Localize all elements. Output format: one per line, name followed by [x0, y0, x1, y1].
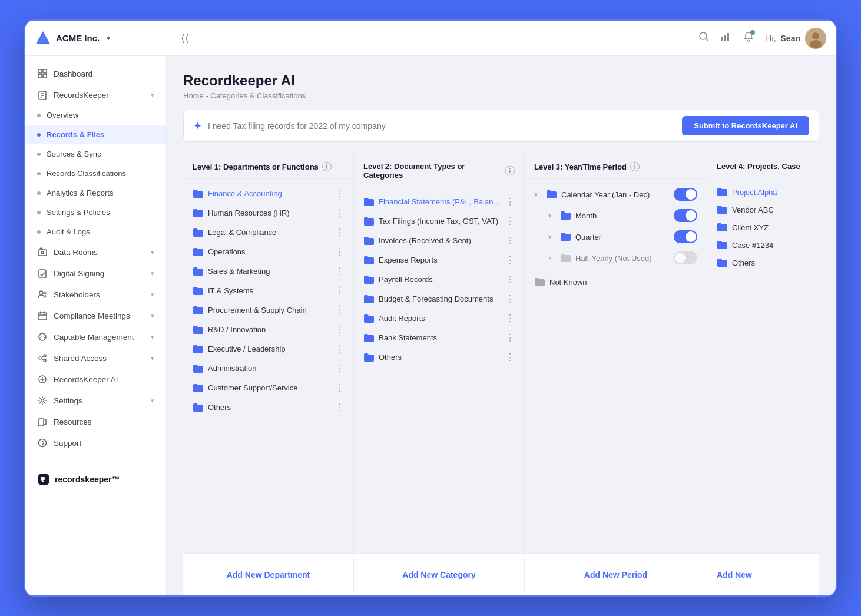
- folder-item-admin[interactable]: Administration ⋮: [183, 359, 353, 378]
- add-department-button[interactable]: Add New Department: [183, 558, 354, 591]
- folder-item-hr[interactable]: Human Resources (HR) ⋮: [183, 203, 353, 223]
- folder-menu-procurement[interactable]: ⋮: [335, 304, 344, 316]
- folder-others-l4-icon: [717, 258, 727, 267]
- folder-item-invoices[interactable]: Invoices (Received & Sent) ⋮: [354, 231, 524, 250]
- company-chevron-icon[interactable]: ▾: [107, 34, 110, 42]
- avatar[interactable]: [805, 28, 826, 49]
- folder-menu-bank[interactable]: ⋮: [505, 332, 515, 343]
- folder-menu-invoices[interactable]: ⋮: [505, 235, 515, 246]
- level4-item-vendor-abc[interactable]: Vendor ABC: [707, 201, 819, 218]
- folder-menu-it[interactable]: ⋮: [335, 285, 344, 296]
- folder-item-rnd[interactable]: R&D / Innovation ⋮: [183, 320, 353, 339]
- add-level4-button[interactable]: Add New: [707, 558, 819, 591]
- sidebar-item-recordskeeper-ai[interactable]: RecordsKeeper AI: [25, 369, 166, 390]
- toggle-quarter[interactable]: [674, 230, 697, 243]
- sidebar-item-digital-signing[interactable]: Digital Signing ▾: [25, 263, 166, 284]
- folder-item-procurement[interactable]: Procurement & Supply Chain ⋮: [183, 300, 353, 320]
- sidebar-item-support[interactable]: Support: [25, 432, 166, 453]
- folder-item-customer[interactable]: Customer Support/Service ⋮: [183, 378, 353, 398]
- sidebar-item-sources-sync[interactable]: Sources & Sync: [25, 144, 166, 164]
- folder-item-budget[interactable]: Budget & Forecasting Documents ⋮: [354, 289, 524, 309]
- folder-menu-payroll[interactable]: ⋮: [505, 274, 515, 285]
- notification-icon[interactable]: [743, 31, 754, 45]
- folder-menu-audit[interactable]: ⋮: [505, 313, 515, 324]
- sidebar-item-analytics-reports[interactable]: Analytics & Reports: [25, 183, 166, 203]
- folder-menu-finance[interactable]: ⋮: [335, 188, 344, 199]
- toggle-month[interactable]: [674, 209, 697, 222]
- sidebar-item-dashboard[interactable]: Dashboard: [25, 63, 166, 84]
- sidebar-item-settings[interactable]: Settings ▾: [25, 390, 166, 411]
- not-known-item[interactable]: Not Known: [525, 273, 707, 291]
- toggle-item-half-yearly[interactable]: ▾ Half-Yearly (Not Used): [525, 247, 707, 269]
- sidebar-item-records-classifications[interactable]: Records Classifications: [25, 164, 166, 183]
- folder-menu-budget[interactable]: ⋮: [505, 293, 515, 304]
- folder-menu-operations[interactable]: ⋮: [335, 246, 344, 257]
- analytics-icon[interactable]: [721, 31, 731, 45]
- add-category-button[interactable]: Add New Category: [354, 558, 525, 591]
- folder-item-legal[interactable]: Legal & Compliance ⋮: [183, 223, 353, 242]
- sidebar-item-overview[interactable]: Overview: [25, 105, 166, 125]
- folder-menu-legal[interactable]: ⋮: [335, 227, 344, 238]
- add-period-button[interactable]: Add New Period: [525, 558, 707, 591]
- toggle-item-quarter[interactable]: ▾ Quarter: [525, 226, 707, 247]
- sidebar-item-stakeholders[interactable]: Stakeholders ▾: [25, 284, 166, 305]
- search-icon[interactable]: [698, 31, 709, 45]
- breadcrumb-home[interactable]: Home: [183, 91, 204, 100]
- sidebar-item-compliance-meetings[interactable]: Compliance Meetings ▾: [25, 305, 166, 326]
- submit-button[interactable]: Submit to RecordsKeeper AI: [682, 116, 809, 135]
- folder-menu-sales[interactable]: ⋮: [335, 266, 344, 277]
- folder-menu-expense[interactable]: ⋮: [505, 254, 515, 266]
- svg-point-9: [810, 40, 822, 48]
- level4-item-others[interactable]: Others: [707, 254, 819, 271]
- folder-menu-tax[interactable]: ⋮: [505, 216, 515, 227]
- folder-menu-admin[interactable]: ⋮: [335, 363, 344, 374]
- sidebar-label-settings: Settings: [54, 396, 82, 405]
- sidebar-collapse-button[interactable]: ⟨⟨: [181, 32, 189, 45]
- level2-info-icon[interactable]: i: [505, 166, 515, 175]
- sidebar-item-captable-management[interactable]: Captable Management ▾: [25, 326, 166, 347]
- folder-menu-others-l2[interactable]: ⋮: [505, 352, 515, 363]
- level1-header: Level 1: Departments or Functions i: [183, 154, 353, 179]
- folder-menu-others-l1[interactable]: ⋮: [335, 402, 344, 413]
- sidebar-item-audit-logs[interactable]: Audit & Logs: [25, 222, 166, 241]
- sidebar-item-records-files[interactable]: Records & Files: [25, 125, 166, 144]
- sidebar-item-resources[interactable]: Resources: [25, 411, 166, 432]
- sidebar-item-data-rooms[interactable]: Data Rooms ▾: [25, 241, 166, 263]
- folder-item-others-l1[interactable]: Others ⋮: [183, 398, 353, 417]
- level4-item-client-xyz[interactable]: Client XYZ: [707, 218, 819, 236]
- toggle-item-month[interactable]: ▾ Month: [525, 205, 707, 226]
- folder-item-audit[interactable]: Audit Reports ⋮: [354, 309, 524, 328]
- folder-item-sales[interactable]: Sales & Marketing ⋮: [183, 261, 353, 281]
- folder-customer-icon: [193, 383, 203, 393]
- folder-menu-customer[interactable]: ⋮: [335, 382, 344, 393]
- toggle-item-calendar-year[interactable]: ▾ Calendar Year (Jan - Dec): [525, 184, 707, 205]
- folder-item-financial-stmt[interactable]: Financial Statements (P&L, Balan... ⋮: [354, 192, 524, 211]
- sidebar-item-settings-policies[interactable]: Settings & Policies: [25, 203, 166, 222]
- folder-others-l2-icon: [363, 353, 374, 362]
- level4-item-project-alpha[interactable]: Project Alpha: [707, 183, 819, 201]
- folder-item-others-l2[interactable]: Others ⋮: [354, 347, 524, 367]
- folder-item-payroll[interactable]: Payroll Records ⋮: [354, 270, 524, 289]
- toggle-calendar-year[interactable]: [674, 188, 697, 201]
- folder-menu-hr[interactable]: ⋮: [335, 207, 344, 218]
- folder-menu-executive[interactable]: ⋮: [335, 343, 344, 355]
- search-input[interactable]: [208, 121, 676, 131]
- folder-menu-rnd[interactable]: ⋮: [335, 324, 344, 335]
- sidebar-item-shared-access[interactable]: Shared Access ▾: [25, 347, 166, 369]
- level3-info-icon[interactable]: i: [630, 162, 640, 171]
- folder-item-executive[interactable]: Executive / Leadership ⋮: [183, 339, 353, 359]
- level4-label-client-xyz: Client XYZ: [732, 223, 769, 232]
- level1-info-icon[interactable]: i: [322, 162, 332, 171]
- folder-item-finance[interactable]: Finance & Accounting ⋮: [183, 184, 353, 203]
- breadcrumb: Home - Categories & Classifications: [183, 91, 819, 100]
- folder-item-operations[interactable]: Operations ⋮: [183, 242, 353, 261]
- sidebar-item-recordskeeper[interactable]: RecordsKeeper ▾: [25, 84, 166, 105]
- folder-menu-financial-stmt[interactable]: ⋮: [505, 196, 515, 207]
- folder-item-expense[interactable]: Expense Reports ⋮: [354, 250, 524, 270]
- toggle-half-yearly[interactable]: [674, 251, 697, 264]
- folder-item-it[interactable]: IT & Systems ⋮: [183, 281, 353, 300]
- level4-item-case-1234[interactable]: Case #1234: [707, 236, 819, 254]
- folder-item-tax[interactable]: Tax Filings (Income Tax, GST, VAT) ⋮: [354, 211, 524, 231]
- rk-ai-icon: [37, 374, 48, 385]
- folder-item-bank[interactable]: Bank Statements ⋮: [354, 328, 524, 347]
